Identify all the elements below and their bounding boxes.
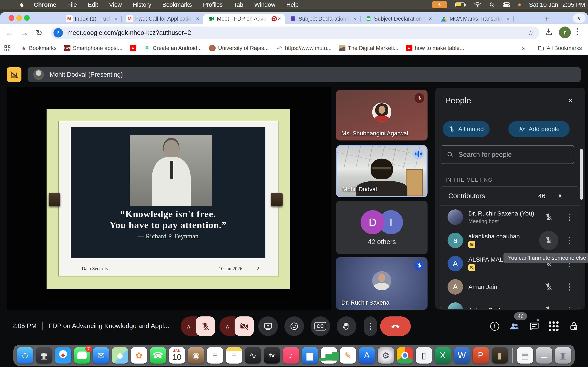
all-bookmarks-button[interactable]: All Bookmarks — [538, 45, 582, 51]
bookmark-star-icon[interactable]: ☆ — [527, 29, 534, 37]
dock-apple-tv-icon[interactable]: tv — [264, 347, 280, 364]
activities-button[interactable] — [548, 321, 559, 332]
dock-notes-icon[interactable]: ≡ — [226, 347, 242, 364]
dock-jar-app-icon[interactable]: ▮ — [492, 347, 508, 364]
mic-in-use-indicator-icon[interactable] — [432, 1, 447, 8]
menu-app-name[interactable]: Chrome — [34, 1, 56, 8]
participant-options-button[interactable] — [569, 307, 570, 310]
dock-photo-booth-icon[interactable]: ◉ — [188, 347, 204, 364]
window-maximize-button[interactable] — [24, 15, 30, 21]
bookmark-item[interactable]: Create an Android... — [144, 45, 202, 51]
tab-search-button[interactable]: ∨ — [573, 13, 586, 23]
tab-close-icon[interactable]: × — [428, 16, 433, 22]
dock-mail-icon[interactable]: ✉ — [93, 347, 109, 364]
spotlight-search-icon[interactable] — [489, 2, 495, 8]
panel-scrollbar[interactable] — [580, 149, 583, 200]
battery-icon[interactable] — [455, 2, 466, 7]
dock-pages-icon[interactable]: ✎ — [340, 347, 356, 364]
more-options-button[interactable] — [364, 317, 377, 336]
bookmark-item[interactable]: ▶how to make table... — [406, 45, 464, 51]
camera-off-button[interactable] — [234, 317, 254, 336]
bookmarks-folder[interactable]: ★ Bookmarks — [21, 45, 57, 52]
reload-button[interactable]: ↻ — [34, 27, 44, 38]
dock-powerpoint-icon[interactable]: P — [473, 347, 489, 364]
dock-reminders-icon[interactable]: ≡ — [207, 347, 223, 364]
captions-button[interactable]: CC — [311, 317, 330, 336]
mute-all-button[interactable]: All muted — [443, 121, 490, 137]
bookmark-item[interactable]: University of Rajas... — [209, 45, 269, 51]
menu-item-history[interactable]: History — [133, 1, 151, 8]
bookmarks-overflow-button[interactable]: » — [522, 45, 526, 52]
participant-tile-ruchir[interactable]: Dr. Ruchir Saxena — [336, 257, 428, 310]
menu-item-profiles[interactable]: Profiles — [203, 1, 223, 8]
participant-options-button[interactable] — [569, 284, 570, 291]
dock-safari-icon[interactable]: ✦ — [55, 347, 71, 364]
search-people-input[interactable]: Search for people — [441, 145, 574, 164]
dock-document-file-icon[interactable]: ▤ — [517, 347, 533, 364]
participant-tile-mohit[interactable]: Mohit Dodval — [336, 145, 428, 197]
wifi-icon[interactable] — [474, 2, 481, 7]
dock-app-store-icon[interactable]: A — [359, 347, 375, 364]
others-tile[interactable]: D I 42 others — [336, 201, 428, 254]
bookmark-item[interactable]: ▶ — [130, 45, 136, 51]
collapse-icon[interactable]: ∧ — [558, 192, 562, 200]
menu-item-view[interactable]: View — [109, 1, 122, 8]
menu-item-file[interactable]: File — [67, 1, 77, 8]
apple-logo-icon[interactable] — [19, 1, 25, 8]
menu-item-bookmarks[interactable]: Bookmarks — [162, 1, 192, 8]
bookmark-item[interactable]: https://www.mutu... — [276, 45, 332, 51]
url-text[interactable]: meet.google.com/gdk-nhoo-kcz?authuser=2 — [67, 29, 527, 36]
menu-bar-clock[interactable]: Sat 10 Jan 2:05 PM — [529, 1, 585, 8]
dock-calendar-icon[interactable]: JAN10 — [169, 347, 185, 364]
dock-numbers-icon[interactable]: ▂▅▇ — [321, 347, 337, 364]
bookmark-item[interactable]: The Digital Marketi... — [339, 45, 398, 51]
tab-close-icon[interactable]: × — [352, 16, 357, 22]
participant-tile-shubhangini[interactable]: Ms. Shubhangini Agarwal — [336, 90, 428, 141]
chat-button[interactable] — [529, 321, 540, 332]
participant-mic-off-icon[interactable] — [544, 306, 553, 309]
dock-maps-icon[interactable]: ◆ — [112, 347, 128, 364]
tab-close-icon[interactable]: × — [113, 16, 118, 22]
apps-grid-icon[interactable] — [4, 45, 10, 51]
add-people-button[interactable]: Add people — [508, 121, 570, 137]
dock-launchpad-icon[interactable]: ▦ — [36, 347, 52, 364]
dock-screen-file-icon[interactable]: ▭ — [536, 347, 552, 364]
menu-item-edit[interactable]: Edit — [88, 1, 98, 8]
leave-call-button[interactable] — [380, 317, 411, 336]
participant-row[interactable]: A Aman Jain — [440, 275, 580, 299]
participant-row[interactable]: a akanksha chauhan ▤ — [440, 229, 580, 252]
browser-menu-button[interactable] — [577, 28, 578, 35]
browser-tab[interactable]: Meet - FDP on Adva× — [203, 14, 285, 24]
participant-row[interactable]: Ashish Dixit — [440, 299, 580, 309]
mic-muted-button[interactable] — [196, 317, 215, 336]
dock-word-icon[interactable]: W — [454, 347, 470, 364]
camera-options-chevron[interactable]: ∧ — [219, 317, 235, 336]
dock-excel-icon[interactable]: X — [435, 347, 451, 364]
dock-photos-icon[interactable]: ✿ — [131, 347, 147, 364]
presentation-stage[interactable]: “Knowledge isn't free. You have to pay a… — [7, 87, 331, 310]
browser-tab[interactable]: MFwd: Call for Application× — [122, 14, 203, 24]
downloads-button[interactable] — [544, 27, 553, 36]
meeting-details-button[interactable]: i — [489, 321, 500, 332]
participant-row[interactable]: Dr. Ruchir Saxena (You) Meeting host — [440, 206, 580, 229]
close-panel-button[interactable]: × — [568, 95, 573, 106]
new-tab-button[interactable]: + — [541, 14, 552, 24]
browser-tab[interactable]: Subject Declaration for× — [285, 14, 361, 24]
dock-facetime-icon[interactable]: ☎ — [150, 347, 166, 364]
dock-iphone-mirroring-icon[interactable]: ▯ — [416, 347, 432, 364]
menu-item-help[interactable]: Help — [286, 1, 299, 8]
browser-tab[interactable]: MInbox (1) - ruchirblues@× — [61, 14, 122, 24]
window-close-button[interactable] — [9, 15, 14, 21]
tab-close-icon[interactable]: × — [277, 16, 282, 22]
menu-item-window[interactable]: Window — [254, 1, 275, 8]
host-controls-button[interactable] — [568, 321, 579, 332]
present-now-button[interactable] — [258, 317, 278, 336]
contributors-header[interactable]: Contributors 46 ∧ — [440, 187, 580, 206]
reactions-button[interactable] — [285, 317, 304, 336]
participant-options-button[interactable] — [569, 237, 570, 244]
dock-chrome-icon[interactable] — [397, 347, 413, 364]
participant-options-button[interactable] — [569, 214, 570, 221]
tab-close-icon[interactable]: × — [195, 16, 200, 22]
bookmark-item[interactable]: CWSmartphone apps:... — [64, 45, 122, 51]
dock-system-settings-icon[interactable]: ⚙ — [378, 347, 394, 364]
